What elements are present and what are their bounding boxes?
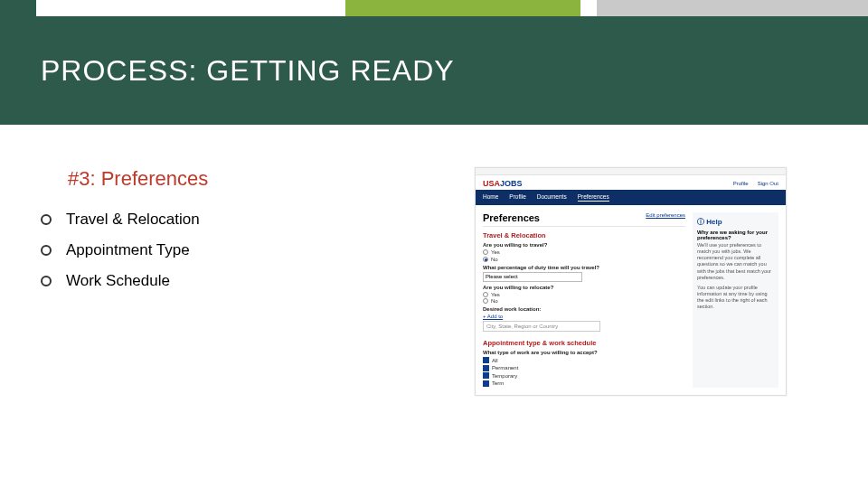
radio-yes: Yes <box>483 249 685 255</box>
help-panel: Help Why are we asking for your preferen… <box>693 212 778 388</box>
usajobs-screenshot: USAJOBS Profile Sign Out Home Profile Do… <box>475 167 787 396</box>
bullet-ring-icon <box>41 245 52 256</box>
edit-link: Edit preferences <box>646 212 685 218</box>
title-band: PROCESS: GETTING READY <box>0 16 868 125</box>
location-input: City, State, Region or Country <box>483 321 600 332</box>
bullet-ring-icon <box>41 214 52 225</box>
bullet-label: Travel & Relocation <box>66 211 200 229</box>
usajobs-nav: Home Profile Documents Preferences <box>476 190 786 205</box>
radio-yes: Yes <box>483 292 685 297</box>
account-links: Profile Sign Out <box>733 181 778 186</box>
help-heading: Help <box>697 217 774 227</box>
slide-title: PROCESS: GETTING READY <box>41 54 455 88</box>
bullet-item: Work Schedule <box>41 272 457 290</box>
bullet-item: Appointment Type <box>41 241 457 259</box>
bullet-ring-icon <box>41 276 52 286</box>
usajobs-logo: USAJOBS <box>483 179 523 188</box>
bullet-label: Appointment Type <box>66 241 190 259</box>
percent-select: Please select <box>483 272 582 282</box>
radio-no: No <box>483 298 685 304</box>
section-travel: Travel & Relocation <box>483 231 685 239</box>
section-appointment: Appointment type & work schedule <box>483 339 685 347</box>
browser-address-bar <box>476 168 786 175</box>
subheading: #3: Preferences <box>68 167 457 191</box>
bullet-label: Work Schedule <box>66 272 170 290</box>
check-permanent: Permanent <box>483 365 685 371</box>
check-temporary: Temporary <box>483 372 685 379</box>
add-location-link: + Add to <box>483 314 685 319</box>
radio-no: No <box>483 257 685 262</box>
bullet-item: Travel & Relocation <box>41 211 457 229</box>
check-term: Term <box>483 380 685 387</box>
preferences-heading: Preferences Edit preferences <box>483 212 685 223</box>
accent-bars <box>0 0 868 16</box>
check-all: All <box>483 357 685 363</box>
